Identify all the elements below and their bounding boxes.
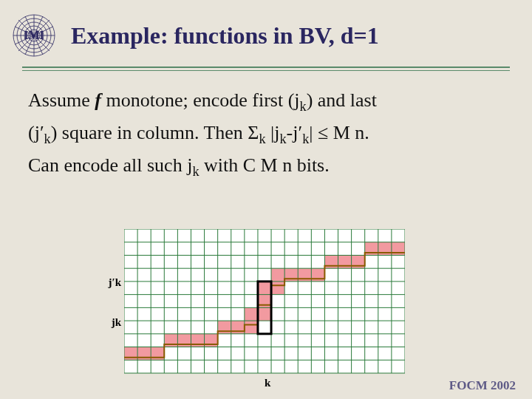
divider-line	[22, 66, 510, 68]
subscript: k	[280, 132, 287, 146]
text: monotone; encode first (j	[101, 89, 300, 111]
imi-logo: IMI	[12, 13, 56, 58]
text: ) square in column. Then Σ	[51, 122, 259, 143]
text: with C M n bits.	[199, 154, 329, 176]
subscript: k	[300, 99, 307, 114]
subscript: k	[44, 132, 51, 146]
text: (j′	[28, 122, 44, 143]
label-jprime-k: j′k	[108, 276, 121, 289]
label-k: k	[265, 377, 270, 389]
subscript: k	[259, 132, 265, 146]
chart-container: j′k jk k	[124, 229, 405, 380]
text: Assume	[28, 89, 95, 111]
footer-text: FOCM 2002	[449, 378, 516, 393]
text: -j′	[287, 122, 303, 143]
text-f: f	[95, 89, 101, 111]
svg-rect-25	[258, 282, 271, 321]
text: ) and last	[307, 89, 377, 111]
chart	[124, 229, 405, 377]
body-line-3: Can encode all such jk with C M n bits.	[28, 149, 510, 182]
text: Can encode all such j	[28, 154, 192, 176]
body-line-1: Assume f monotone; encode first (jk) and…	[28, 84, 510, 117]
subscript: k	[302, 132, 309, 146]
label-j-k: jk	[112, 316, 121, 329]
slide-title: Example: functions in BV, d=1	[71, 22, 379, 50]
body-line-2: (j′k) square in column. Then Σk |jk-j′k|…	[28, 117, 510, 149]
slide-header: IMI Example: functions in BV, d=1	[0, 0, 532, 65]
text: |j	[266, 122, 280, 143]
slide-body: Assume f monotone; encode first (jk) and…	[0, 71, 532, 183]
text: | ≤ M n.	[309, 122, 369, 143]
svg-text:IMI: IMI	[24, 29, 44, 41]
